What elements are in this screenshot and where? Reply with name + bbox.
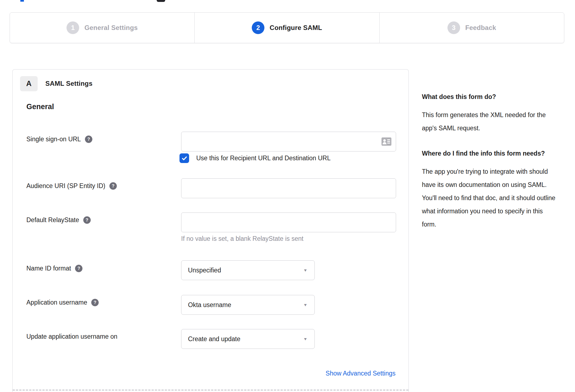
name-id-format-label: Name ID format ? — [26, 265, 82, 272]
general-section-heading: General — [26, 103, 54, 111]
update-username-select[interactable]: Create and update ▼ — [181, 329, 315, 349]
dropdown-caret-icon: ▼ — [303, 268, 308, 272]
update-username-label: Update application username on — [26, 333, 117, 340]
label-text: Audience URI (SP Entity ID) — [26, 182, 105, 190]
label-text: Name ID format — [26, 265, 71, 272]
sso-url-input[interactable] — [181, 132, 396, 151]
help-icon[interactable]: ? — [83, 216, 91, 224]
step-general-settings[interactable]: 1 General Settings — [10, 13, 194, 43]
dropdown-caret-icon: ▼ — [303, 303, 308, 307]
relay-state-hint: If no value is set, a blank RelayState i… — [181, 235, 303, 242]
show-advanced-settings-link[interactable]: Show Advanced Settings — [326, 370, 396, 377]
help-icon[interactable]: ? — [85, 136, 92, 143]
sso-url-field-wrap — [181, 132, 396, 151]
checkmark-icon — [181, 155, 188, 162]
selected-value: Create and update — [188, 335, 240, 343]
label-text: Application username — [26, 299, 87, 306]
label-text: Update application username on — [26, 333, 117, 340]
wizard-stepper: 1 General Settings 2 Configure SAML 3 Fe… — [10, 12, 564, 43]
help-question-2: Where do I find the info this form needs… — [422, 147, 555, 159]
panel-title: SAML Settings — [45, 80, 93, 87]
step-configure-saml[interactable]: 2 Configure SAML — [194, 13, 379, 43]
audience-uri-label: Audience URI (SP Entity ID) ? — [26, 182, 117, 190]
cropped-blue-element — [20, 0, 24, 2]
help-icon[interactable]: ? — [91, 299, 99, 306]
label-text: Default RelayState — [26, 216, 79, 224]
label-text: Single sign-on URL — [26, 136, 81, 143]
sso-url-label: Single sign-on URL ? — [26, 136, 92, 143]
step-number-badge: 2 — [252, 21, 264, 34]
name-id-format-select[interactable]: Unspecified ▼ — [181, 260, 315, 280]
help-answer-2: The app you're trying to integrate with … — [422, 165, 555, 231]
step-number-badge: 3 — [447, 21, 460, 34]
step-number-badge: 1 — [67, 21, 79, 34]
cropped-dark-icon — [157, 0, 165, 2]
dashed-section-divider — [13, 390, 408, 391]
relay-state-input[interactable] — [181, 212, 396, 232]
application-username-label: Application username ? — [26, 299, 99, 306]
help-icon[interactable]: ? — [109, 182, 117, 190]
help-sidebar: What does this form do? This form genera… — [422, 91, 555, 231]
step-label: Configure SAML — [270, 24, 322, 32]
section-a-badge: A — [20, 76, 38, 91]
help-icon[interactable]: ? — [75, 265, 82, 272]
step-label: General Settings — [84, 24, 138, 32]
step-label: Feedback — [465, 24, 496, 32]
selected-value: Okta username — [188, 301, 231, 309]
relay-state-label: Default RelayState ? — [26, 216, 91, 224]
selected-value: Unspecified — [188, 267, 221, 274]
recipient-url-checkbox-label: Use this for Recipient URL and Destinati… — [196, 154, 331, 162]
relay-state-field-wrap — [181, 212, 396, 232]
step-feedback[interactable]: 3 Feedback — [379, 13, 564, 43]
help-answer-1: This form generates the XML needed for t… — [422, 108, 555, 135]
help-question-1: What does this form do? — [422, 91, 555, 103]
contact-card-icon[interactable] — [382, 137, 391, 146]
application-username-select[interactable]: Okta username ▼ — [181, 295, 315, 315]
audience-uri-field-wrap — [181, 178, 396, 198]
dropdown-caret-icon: ▼ — [303, 337, 308, 341]
audience-uri-input[interactable] — [181, 178, 396, 198]
recipient-url-checkbox-row: Use this for Recipient URL and Destinati… — [179, 153, 331, 163]
saml-settings-panel: A SAML Settings General Single sign-on U… — [12, 69, 409, 392]
recipient-url-checkbox[interactable] — [179, 153, 189, 163]
